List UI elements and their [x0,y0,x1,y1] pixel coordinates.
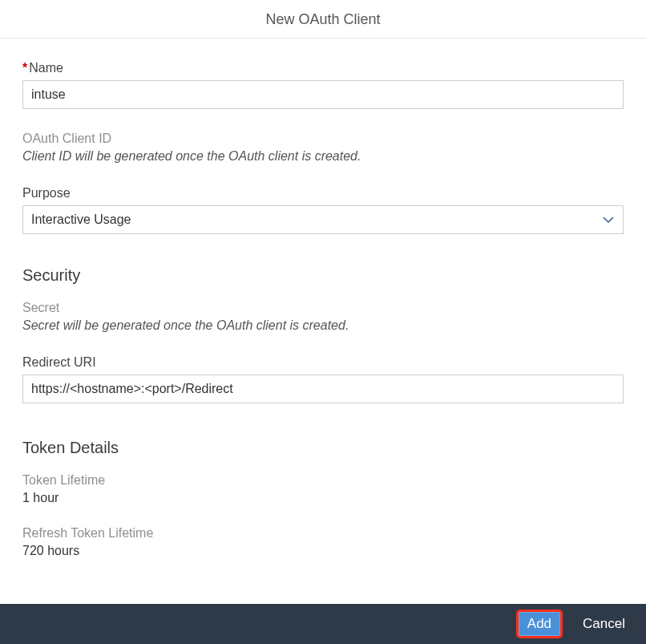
purpose-label: Purpose [22,186,624,200]
field-secret: Secret Secret will be generated once the… [22,301,624,333]
token-lifetime-value: 1 hour [22,491,624,505]
field-purpose: Purpose Interactive Usage [22,186,624,234]
name-label-text: Name [29,61,63,75]
add-button[interactable]: Add [519,612,560,636]
client-id-label: OAuth Client ID [22,132,624,146]
client-id-note: Client ID will be generated once the OAu… [22,149,624,164]
field-redirect-uri: Redirect URI [22,355,624,403]
token-lifetime-label: Token Lifetime [22,473,624,488]
dialog-footer: Add Cancel [0,604,646,644]
field-refresh-token-lifetime: Refresh Token Lifetime 720 hours [22,526,624,558]
token-details-heading: Token Details [22,439,624,457]
secret-label: Secret [22,301,624,315]
add-button-highlight: Add [519,612,560,636]
form-content: *Name OAuth Client ID Client ID will be … [0,38,646,604]
field-name: *Name [22,61,624,109]
dialog-title: New OAuth Client [0,0,646,38]
purpose-select[interactable]: Interactive Usage [22,205,624,234]
purpose-value: Interactive Usage [22,205,624,234]
refresh-token-lifetime-value: 720 hours [22,544,624,558]
name-label: *Name [22,61,624,75]
required-indicator: * [22,61,27,75]
redirect-uri-input[interactable] [22,375,624,403]
refresh-token-lifetime-label: Refresh Token Lifetime [22,526,624,541]
redirect-uri-label: Redirect URI [22,355,624,370]
field-token-lifetime: Token Lifetime 1 hour [22,473,624,505]
security-heading: Security [22,266,624,285]
field-client-id: OAuth Client ID Client ID will be genera… [22,132,624,164]
secret-note: Secret will be generated once the OAuth … [22,318,624,333]
name-input[interactable] [22,80,624,109]
cancel-button[interactable]: Cancel [575,612,633,636]
